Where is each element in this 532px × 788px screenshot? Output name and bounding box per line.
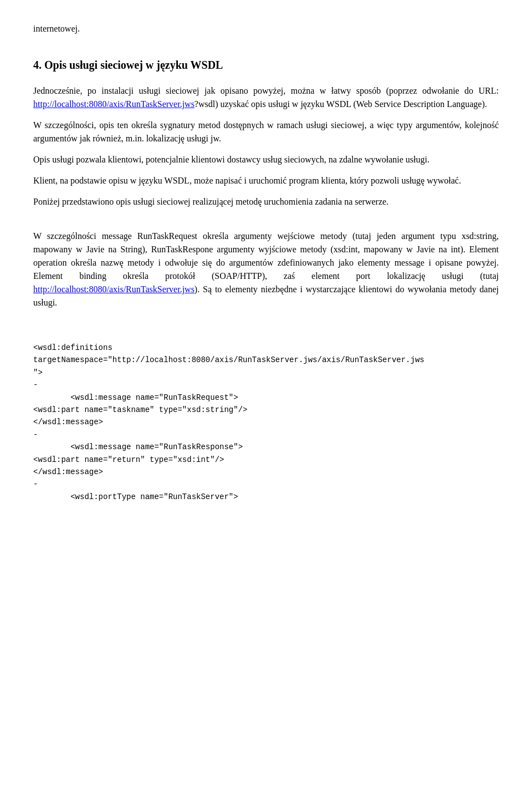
code-line-3: "> — [33, 367, 499, 379]
paragraph-1: Jednocześnie, po instalacji usługi sieci… — [33, 84, 499, 111]
paragraph-5: Poniżej przedstawiono opis usługi siecio… — [33, 195, 499, 209]
link-2[interactable]: http://localhost:8080/axis/RunTaskServer… — [33, 284, 195, 294]
paragraph-6: W szczególności message RunTaskRequest o… — [33, 230, 499, 309]
code-line-11: </wsdl:message> — [33, 466, 499, 478]
code-line-8: - — [33, 429, 499, 441]
intro-text: internetowej. — [33, 22, 499, 35]
code-line-4: - — [33, 379, 499, 391]
code-line-13: <wsdl:portType name="RunTaskServer"> — [33, 491, 499, 503]
code-line-5: <wsdl:message name="RunTaskRequest"> — [33, 392, 499, 404]
code-line-2: targetNamespace="http://localhost:8080/a… — [33, 354, 499, 366]
code-block: <wsdl:definitions targetNamespace="http:… — [33, 342, 499, 503]
code-line-9: <wsdl:message name="RunTaskResponse"> — [33, 441, 499, 453]
section-title: 4. Opis usługi sieciowej w języku WSDL — [33, 57, 499, 73]
code-line-10: <wsdl:part name="return" type="xsd:int"/… — [33, 454, 499, 466]
code-line-6: <wsdl:part name="taskname" type="xsd:str… — [33, 404, 499, 416]
code-line-12: - — [33, 478, 499, 490]
link-1[interactable]: http://localhost:8080/axis/RunTaskServer… — [33, 99, 195, 109]
paragraph-2: W szczególności, opis ten określa sygnat… — [33, 119, 499, 145]
paragraph-4: Klient, na podstawie opisu w języku WSDL… — [33, 174, 499, 187]
paragraph-3: Opis usługi pozwala klientowi, potencjal… — [33, 153, 499, 166]
code-line-1: <wsdl:definitions — [33, 342, 499, 354]
code-line-7: </wsdl:message> — [33, 416, 499, 428]
